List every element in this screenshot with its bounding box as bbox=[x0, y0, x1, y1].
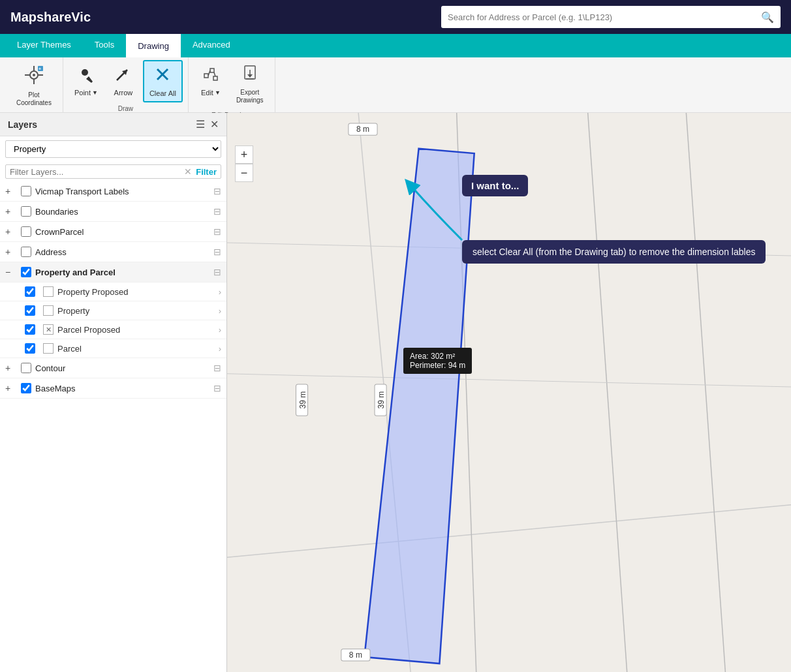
list-item[interactable]: − Property and Parcel ⊟ bbox=[0, 262, 226, 283]
expand-icon[interactable]: + bbox=[5, 206, 17, 217]
layer-name: Vicmap Transport Labels bbox=[35, 187, 213, 196]
nav-tabs: Layer Themes Tools Drawing Advanced bbox=[0, 34, 791, 57]
search-input[interactable] bbox=[448, 12, 761, 22]
svg-line-18 bbox=[214, 72, 215, 76]
sublayer-checkbox[interactable] bbox=[25, 324, 35, 335]
slider-icon[interactable]: ⊟ bbox=[213, 186, 221, 196]
zoom-in-button[interactable]: + bbox=[235, 145, 253, 164]
layer-checkbox[interactable] bbox=[21, 206, 31, 217]
filter-button[interactable]: Filter bbox=[196, 167, 217, 177]
plot-coordinates-label: PlotCoordinates bbox=[16, 91, 52, 107]
arrow-button[interactable]: Arrow bbox=[106, 60, 140, 101]
expand-icon[interactable]: + bbox=[5, 247, 17, 257]
point-dropdown-icon[interactable]: ▼ bbox=[92, 89, 98, 96]
sublayer-checkbox[interactable] bbox=[25, 305, 35, 316]
slider-icon[interactable]: ⊟ bbox=[213, 363, 221, 373]
filter-input[interactable] bbox=[10, 167, 184, 177]
filter-clear-icon[interactable]: ✕ bbox=[184, 166, 192, 177]
list-item[interactable]: Property › bbox=[0, 301, 226, 320]
svg-point-1 bbox=[33, 74, 35, 76]
slider-icon[interactable]: ⊟ bbox=[213, 226, 221, 237]
sublayer-checkbox2[interactable] bbox=[43, 286, 54, 297]
i-want-to-bubble: I want to... bbox=[462, 175, 528, 196]
slider-icon[interactable]: ⊟ bbox=[213, 383, 221, 393]
ribbon: + PlotCoordinates Coordinates bbox=[0, 57, 791, 113]
slider-icon[interactable]: ⊟ bbox=[213, 247, 221, 257]
list-item[interactable]: Property Proposed › bbox=[0, 283, 226, 301]
sublayer-checkbox2-x[interactable]: ✕ bbox=[43, 324, 54, 335]
expand-icon[interactable]: + bbox=[5, 226, 17, 237]
map-area[interactable]: 8 m 8 m 39 m 39 m + − Area: 302 m² Perim… bbox=[227, 113, 791, 672]
layers-header: Layers ☰ ✕ bbox=[0, 113, 226, 136]
sidebar: Layers ☰ ✕ Property ✕ Filter + Vicmap Tr… bbox=[0, 113, 227, 672]
export-drawings-icon bbox=[241, 65, 259, 87]
layers-actions: ☰ ✕ bbox=[196, 118, 219, 130]
draw-group-label: Draw bbox=[69, 102, 183, 112]
chevron-right-icon[interactable]: › bbox=[219, 287, 221, 297]
layers-title: Layers bbox=[8, 119, 37, 130]
expand-icon[interactable]: + bbox=[5, 363, 17, 373]
list-item[interactable]: + Boundaries ⊟ bbox=[0, 202, 226, 222]
svg-text:39 m: 39 m bbox=[377, 391, 386, 409]
slider-icon[interactable]: ⊟ bbox=[213, 206, 221, 217]
tab-advanced[interactable]: Advanced bbox=[181, 34, 242, 57]
app-title: MapshareVic bbox=[10, 10, 91, 25]
svg-rect-14 bbox=[204, 74, 208, 78]
svg-marker-21 bbox=[247, 74, 253, 78]
tab-layer-themes[interactable]: Layer Themes bbox=[5, 34, 83, 57]
layers-close-icon[interactable]: ✕ bbox=[210, 118, 219, 130]
filter-bar: ✕ Filter bbox=[5, 164, 221, 179]
plot-coordinates-button[interactable]: + PlotCoordinates bbox=[10, 60, 57, 112]
list-item[interactable]: + Address ⊟ bbox=[0, 242, 226, 262]
svg-rect-15 bbox=[210, 69, 214, 72]
layers-dropdown[interactable]: Property bbox=[5, 140, 221, 158]
layer-checkbox[interactable] bbox=[21, 383, 31, 393]
sublayer-checkbox[interactable] bbox=[25, 343, 35, 354]
map-svg: 8 m 8 m 39 m 39 m bbox=[227, 113, 791, 672]
sublayer-checkbox[interactable] bbox=[25, 286, 35, 297]
layer-checkbox[interactable] bbox=[21, 247, 31, 257]
layer-name: Property Proposed bbox=[57, 287, 219, 297]
layers-menu-icon[interactable]: ☰ bbox=[196, 118, 205, 130]
point-button[interactable]: Point ▼ bbox=[69, 60, 104, 101]
edit-button[interactable]: Edit ▼ bbox=[194, 60, 228, 101]
layer-checkbox[interactable] bbox=[21, 363, 31, 373]
search-icon[interactable]: 🔍 bbox=[761, 11, 774, 23]
list-item[interactable]: Parcel › bbox=[0, 339, 226, 358]
list-item[interactable]: + Vicmap Transport Labels ⊟ bbox=[0, 181, 226, 202]
tab-tools[interactable]: Tools bbox=[83, 34, 126, 57]
export-drawings-button[interactable]: ExportDrawings bbox=[230, 60, 270, 109]
area-label: Area: 302 m² bbox=[410, 352, 465, 361]
list-item[interactable]: + BaseMaps ⊟ bbox=[0, 378, 226, 399]
chevron-right-icon[interactable]: › bbox=[219, 306, 221, 316]
svg-text:8 m: 8 m bbox=[349, 650, 362, 660]
layer-name: Boundaries bbox=[35, 207, 213, 217]
clear-all-button[interactable]: Clear All bbox=[143, 60, 183, 102]
edit-icon bbox=[202, 65, 220, 87]
list-item[interactable]: + CrownParcel ⊟ bbox=[0, 222, 226, 242]
layer-checkbox[interactable] bbox=[21, 186, 31, 196]
chevron-right-icon[interactable]: › bbox=[219, 325, 221, 335]
expand-icon[interactable]: − bbox=[5, 267, 17, 277]
tab-drawing[interactable]: Drawing bbox=[126, 34, 181, 57]
zoom-out-button[interactable]: − bbox=[235, 164, 253, 182]
list-item[interactable]: + Contour ⊟ bbox=[0, 358, 226, 378]
list-item[interactable]: ✕ Parcel Proposed › bbox=[0, 320, 226, 339]
edit-label: Edit bbox=[201, 89, 213, 97]
area-info-popup: Area: 302 m² Perimeter: 94 m bbox=[403, 348, 472, 374]
svg-marker-9 bbox=[86, 76, 93, 83]
header: MapshareVic 🔍 bbox=[0, 0, 791, 34]
layer-checkbox[interactable] bbox=[21, 267, 31, 277]
edit-dropdown-icon[interactable]: ▼ bbox=[215, 89, 221, 96]
main: Layers ☰ ✕ Property ✕ Filter + Vicmap Tr… bbox=[0, 113, 791, 672]
layer-checkbox[interactable] bbox=[21, 226, 31, 237]
sublayer-checkbox2[interactable] bbox=[43, 305, 54, 316]
chevron-right-icon[interactable]: › bbox=[219, 344, 221, 354]
plot-coordinates-icon: + bbox=[23, 65, 44, 89]
sublayer-checkbox2[interactable] bbox=[43, 343, 54, 354]
expand-icon[interactable]: + bbox=[5, 383, 17, 393]
svg-point-8 bbox=[82, 69, 88, 76]
perimeter-label: Perimeter: 94 m bbox=[410, 361, 465, 370]
slider-icon[interactable]: ⊟ bbox=[213, 267, 221, 277]
expand-icon[interactable]: + bbox=[5, 186, 17, 196]
